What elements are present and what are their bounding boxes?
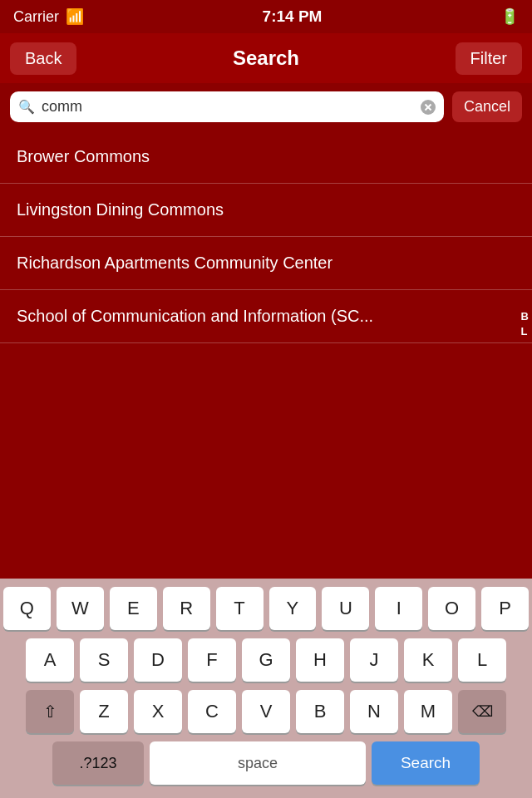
carrier-label: Carrier xyxy=(13,8,59,26)
search-input[interactable] xyxy=(42,98,414,116)
side-index-b[interactable]: B xyxy=(521,310,529,323)
clear-icon xyxy=(421,100,436,115)
key-k[interactable]: K xyxy=(404,638,452,682)
status-bar: Carrier 📶 7:14 PM 🔋 xyxy=(0,0,532,33)
results-container: Brower CommonsLivingston Dining CommonsR… xyxy=(0,131,532,579)
result-text: School of Communication and Information … xyxy=(17,307,373,325)
key-f[interactable]: F xyxy=(188,638,236,682)
search-icon: 🔍 xyxy=(18,99,35,115)
key-r[interactable]: R xyxy=(163,587,210,630)
result-item[interactable]: School of Communication and Information … xyxy=(0,290,532,343)
key-delete[interactable]: ⌫ xyxy=(458,690,506,733)
keyboard-bottom-row: .?123 space Search xyxy=(3,741,529,785)
key-d[interactable]: D xyxy=(134,638,182,682)
key-x[interactable]: X xyxy=(134,690,182,733)
search-key[interactable]: Search xyxy=(372,741,480,785)
key-t[interactable]: T xyxy=(216,587,264,630)
key-s[interactable]: S xyxy=(80,638,128,682)
key-shift[interactable]: ⇧ xyxy=(26,690,74,733)
side-index-l[interactable]: L xyxy=(521,325,529,338)
keyboard-row-2: ⇧ZXCVBNM⌫ xyxy=(3,690,529,733)
status-bar-left: Carrier 📶 xyxy=(13,7,84,26)
key-i[interactable]: I xyxy=(375,587,422,630)
result-text: Brower Commons xyxy=(17,147,150,165)
key-y[interactable]: Y xyxy=(269,587,317,630)
space-key[interactable]: space xyxy=(150,741,366,785)
status-time: 7:14 PM xyxy=(263,7,323,26)
key-n[interactable]: N xyxy=(350,690,398,733)
back-button[interactable]: Back xyxy=(10,42,76,75)
keyboard: QWERTYUIOPASDFGHJKL⇧ZXCVBNM⌫ .?123 space… xyxy=(0,579,532,798)
key-e[interactable]: E xyxy=(110,587,157,630)
search-bar: 🔍 Cancel xyxy=(0,83,532,131)
result-text: Livingston Dining Commons xyxy=(17,200,224,219)
key-o[interactable]: O xyxy=(428,587,475,630)
key-p[interactable]: P xyxy=(481,587,529,630)
key-h[interactable]: H xyxy=(296,638,344,682)
key-b[interactable]: B xyxy=(296,690,344,733)
key-j[interactable]: J xyxy=(350,638,398,682)
status-bar-right: 🔋 xyxy=(500,7,519,26)
cancel-button[interactable]: Cancel xyxy=(452,91,522,122)
key-g[interactable]: G xyxy=(242,638,290,682)
keyboard-row-0: QWERTYUIOP xyxy=(3,587,529,630)
key-rows: QWERTYUIOPASDFGHJKL⇧ZXCVBNM⌫ xyxy=(3,587,529,733)
key-v[interactable]: V xyxy=(242,690,290,733)
clear-button[interactable] xyxy=(421,100,436,115)
result-item[interactable]: Richardson Apartments Community Center xyxy=(0,237,532,290)
key-w[interactable]: W xyxy=(57,587,104,630)
key-m[interactable]: M xyxy=(404,690,452,733)
key-a[interactable]: A xyxy=(26,638,74,682)
result-item[interactable]: Livingston Dining Commons xyxy=(0,184,532,237)
result-item[interactable]: Brower Commons xyxy=(0,131,532,184)
filter-button[interactable]: Filter xyxy=(456,42,522,75)
nav-bar: Back Search Filter xyxy=(0,33,532,83)
wifi-icon: 📶 xyxy=(66,7,84,26)
key-q[interactable]: Q xyxy=(3,587,51,630)
key-l[interactable]: L xyxy=(458,638,506,682)
battery-icon: 🔋 xyxy=(500,7,519,26)
nav-title: Search xyxy=(233,47,299,70)
result-text: Richardson Apartments Community Center xyxy=(17,254,332,272)
key-c[interactable]: C xyxy=(188,690,236,733)
search-input-wrapper: 🔍 xyxy=(10,91,444,122)
key-u[interactable]: U xyxy=(322,587,369,630)
keyboard-row-1: ASDFGHJKL xyxy=(3,638,529,682)
numbers-key[interactable]: .?123 xyxy=(52,741,144,785)
results-list: Brower CommonsLivingston Dining CommonsR… xyxy=(0,131,532,343)
key-z[interactable]: Z xyxy=(80,690,128,733)
side-index: B L xyxy=(521,310,529,337)
